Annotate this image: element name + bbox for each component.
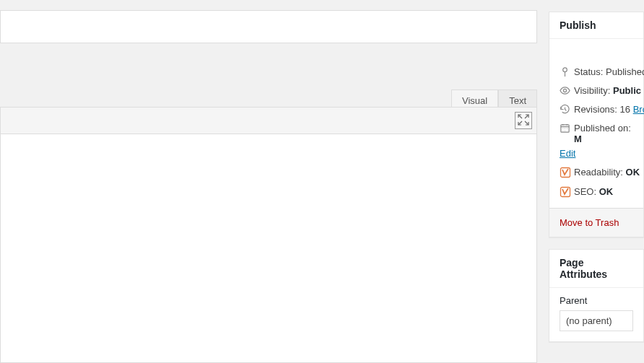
readability-label: Readability: — [574, 167, 623, 178]
page-attributes-panel: Page Attributes Parent (no parent) — [549, 249, 644, 342]
visibility-icon — [560, 85, 574, 96]
page-attributes-heading: Page Attributes — [549, 250, 643, 288]
editor-toolbar — [0, 107, 537, 134]
editor-content[interactable] — [0, 134, 537, 363]
sidebar: Publish Status: Published — [549, 0, 644, 363]
publish-panel: Publish Status: Published — [549, 12, 644, 237]
revisions-browse-link[interactable]: Bro — [633, 104, 644, 115]
svg-point-1 — [563, 89, 566, 92]
published-edit-link[interactable]: Edit — [560, 148, 575, 159]
visibility-row: Visibility: Public — [574, 85, 641, 96]
readability-row: Readability: OK — [574, 167, 640, 178]
parent-label: Parent — [560, 295, 633, 306]
published-value: M — [574, 134, 582, 144]
pin-icon — [560, 66, 574, 77]
published-label: Published on: — [574, 123, 631, 134]
title-input[interactable] — [0, 10, 537, 43]
visibility-label: Visibility: — [574, 85, 610, 96]
seo-value: OK — [599, 186, 614, 197]
revisions-row: Revisions: 16 Bro — [574, 104, 644, 115]
seo-label: SEO: — [574, 186, 596, 197]
revisions-count: 16 — [620, 104, 630, 115]
status-value: Published — [606, 66, 644, 77]
revisions-label: Revisions: — [574, 104, 617, 115]
yoast-seo-icon — [560, 186, 574, 198]
parent-select[interactable]: (no parent) — [560, 310, 633, 331]
parent-select-value: (no parent) — [566, 315, 612, 326]
readability-value: OK — [626, 167, 640, 178]
main-editor-area: Visual Text — [0, 0, 540, 363]
calendar-icon — [560, 123, 574, 134]
move-to-trash-link[interactable]: Move to Trash — [560, 217, 619, 228]
published-row: Published on: M — [574, 123, 633, 144]
revisions-icon — [560, 104, 574, 115]
svg-point-0 — [563, 68, 567, 72]
visibility-value: Public — [613, 85, 641, 96]
seo-row: SEO: OK — [574, 186, 613, 197]
fullscreen-button[interactable] — [515, 112, 532, 129]
yoast-readability-icon — [560, 167, 574, 178]
publish-heading: Publish — [549, 12, 643, 39]
status-label: Status: — [574, 66, 603, 77]
status-row: Status: Published — [574, 66, 644, 77]
fullscreen-icon — [518, 114, 529, 128]
